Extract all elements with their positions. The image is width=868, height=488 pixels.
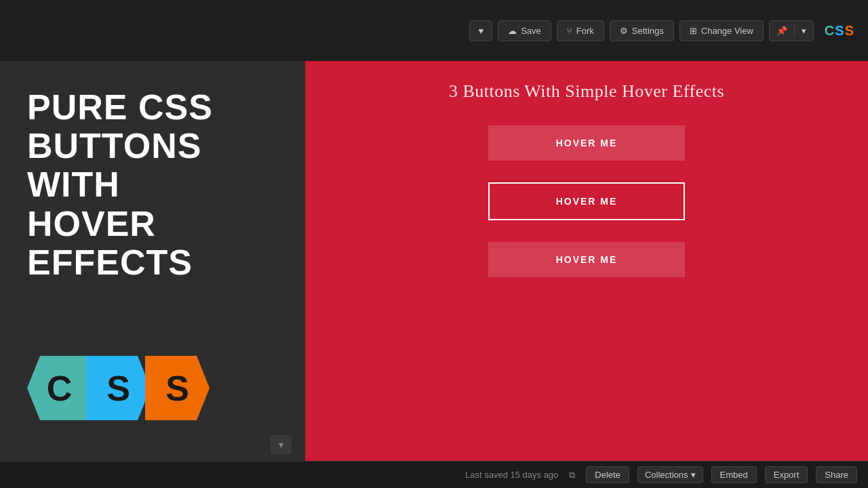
preview-title: 3 Buttons With Simple Hover Effects [449,81,724,102]
heart-button[interactable]: ♥ [469,20,492,41]
title-line-3: WITH [27,165,278,204]
save-label: Save [521,26,541,36]
title-line-5: EFFECTS [27,243,278,282]
title-line-4: HOVER [27,205,278,243]
hover-button-2[interactable]: HOVER ME [488,182,685,220]
title-line-1: PURE CSS [27,88,278,127]
title-line-2: BUTTONS [27,127,278,165]
chevron-down-icon: ▾ [802,26,806,36]
css-logo-big: C S S [27,356,210,420]
statusbar: Last saved 15 days ago ⧉ Delete Collecti… [0,461,868,488]
collections-group: Collections ▾ [637,466,703,483]
css-logo-top: CSS [825,23,854,39]
preview-panel: 3 Buttons With Simple Hover Effects HOVE… [305,61,868,461]
hover-button-1[interactable]: HOVER ME [488,125,685,161]
external-link-icon-button[interactable]: ⧉ [566,468,578,482]
css-c-letter: C [825,23,835,38]
last-saved-text: Last saved 15 days ago [465,470,558,480]
chevron-down-icon: ▾ [279,439,283,450]
save-button[interactable]: ☁ Save [498,20,551,41]
share-button[interactable]: Share [816,466,857,483]
title-text: PURE CSS BUTTONS WITH HOVER EFFECTS [27,88,278,282]
css-s1-letter: S [835,23,844,38]
big-css-s2: S [145,356,210,420]
panel-chevron-button[interactable]: ▾ [271,435,292,454]
big-css-s1: S [86,356,151,420]
embed-button[interactable]: Embed [711,466,757,483]
pin-group: 📌 ▾ [769,20,814,41]
css-s2-letter: S [845,23,854,38]
change-view-button[interactable]: ⊞ Change View [679,20,764,41]
cloud-icon: ☁ [508,26,517,36]
fork-button[interactable]: ⑂ Fork [557,20,604,41]
big-css-c: C [27,356,92,420]
gear-icon: ⚙ [620,26,628,36]
view-icon: ⊞ [690,26,697,36]
hover-button-3[interactable]: HOVER ME [488,242,685,277]
external-link-icon: ⧉ [569,470,575,480]
delete-button[interactable]: Delete [586,466,629,483]
fork-icon: ⑂ [567,26,572,36]
pin-button[interactable]: 📌 [770,21,794,41]
change-view-label: Change View [701,26,753,36]
export-button[interactable]: Export [765,466,808,483]
fork-label: Fork [576,26,594,36]
settings-button[interactable]: ⚙ Settings [610,20,674,41]
pin-chevron-button[interactable]: ▾ [795,21,813,41]
toolbar: ♥ ☁ Save ⑂ Fork ⚙ Settings ⊞ Change View… [0,0,868,61]
collections-chevron-button[interactable]: ▾ [691,470,696,480]
main-content: PURE CSS BUTTONS WITH HOVER EFFECTS C S … [0,61,868,461]
pin-icon: 📌 [776,26,787,36]
collections-button[interactable]: Collections [645,470,688,480]
left-panel: PURE CSS BUTTONS WITH HOVER EFFECTS C S … [0,61,305,461]
settings-label: Settings [632,26,664,36]
heart-icon: ♥ [478,26,484,36]
